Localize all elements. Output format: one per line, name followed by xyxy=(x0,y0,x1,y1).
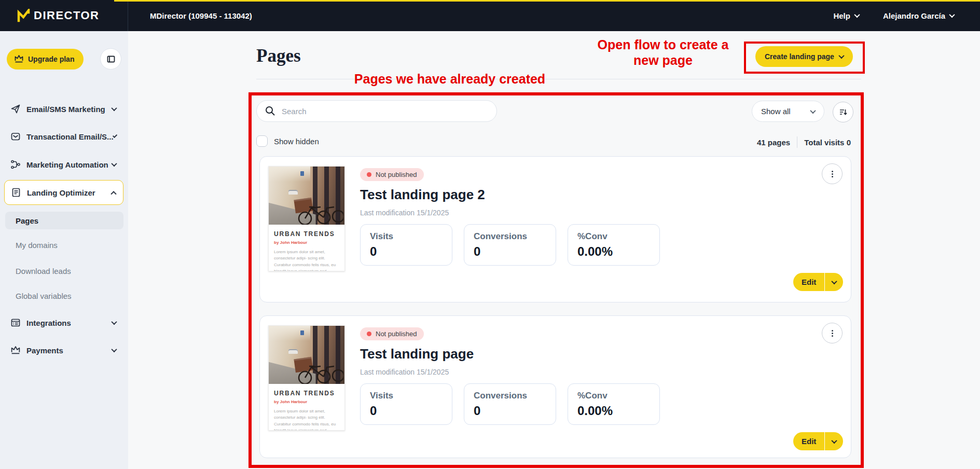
landing-page-thumbnail[interactable]: URBAN TRENDS by John Harbour Lorem ipsum… xyxy=(268,166,345,271)
edit-split-button: Edit xyxy=(793,273,843,291)
card-title[interactable]: Test landing page xyxy=(360,346,474,362)
sidebar-item-landing-optimizer[interactable]: Landing Optimizer xyxy=(4,180,123,205)
sidebar-item-transactional-email[interactable]: Transactional Email/S... xyxy=(4,124,123,149)
stat-conversions: Conversions 0 xyxy=(464,383,556,425)
automation-icon xyxy=(10,159,21,170)
thumbnail-photo xyxy=(269,326,344,384)
chevron-down-icon xyxy=(831,437,837,443)
thumbnail-byline: by John Harbour xyxy=(274,240,339,245)
sidebar-subitem-global-variables[interactable]: Global variables xyxy=(5,287,123,305)
status-badge: Not published xyxy=(360,327,424,340)
chevron-down-icon xyxy=(111,319,117,325)
divider xyxy=(256,79,861,79)
pages-count: 41 pages xyxy=(757,138,790,147)
chevron-down-icon xyxy=(854,12,860,18)
chevron-down-icon xyxy=(111,105,117,111)
edit-dropdown-button[interactable] xyxy=(824,273,843,291)
integrations-icon xyxy=(10,318,21,328)
landing-page-card: URBAN TRENDS by John Harbour Lorem ipsum… xyxy=(259,156,851,302)
stats-row: Visits 0 Conversions 0 %Conv 0.00% xyxy=(360,224,660,266)
collapse-sidebar-button[interactable] xyxy=(100,48,121,70)
user-menu[interactable]: Alejandro García xyxy=(883,11,954,20)
stat-conv-rate: %Conv 0.00% xyxy=(568,224,660,266)
status-dot-icon xyxy=(367,332,371,336)
show-hidden-checkbox[interactable] xyxy=(256,135,268,147)
chevron-down-icon xyxy=(831,278,837,284)
send-icon xyxy=(10,104,21,114)
stat-visits: Visits 0 xyxy=(360,383,452,425)
annotation-create-note: Open flow to create a new page xyxy=(577,37,749,68)
edit-dropdown-button[interactable] xyxy=(824,432,843,450)
logo-m-icon xyxy=(17,9,31,22)
search-box xyxy=(256,100,497,122)
card-last-modified: Last modification 15/1/2025 xyxy=(360,209,449,217)
landing-page-icon xyxy=(11,187,21,198)
search-input[interactable] xyxy=(282,107,479,116)
sidebar-item-integrations[interactable]: Integrations xyxy=(4,310,123,335)
chevron-down-icon xyxy=(111,161,117,167)
stat-conversions: Conversions 0 xyxy=(464,224,556,266)
sidebar: Upgrade plan Email/SMS Marketing Transac… xyxy=(0,31,128,469)
status-badge: Not published xyxy=(360,168,424,181)
filter-dropdown[interactable]: Show all xyxy=(752,101,824,122)
card-title[interactable]: Test landing page 2 xyxy=(360,187,485,203)
page-title: Pages xyxy=(256,46,301,66)
stat-conv-rate: %Conv 0.00% xyxy=(568,383,660,425)
thumbnail-excerpt: Lorem ipsum dolor sit amet, consectetur … xyxy=(274,408,338,431)
chevron-down-icon xyxy=(810,107,816,113)
stats-row: Visits 0 Conversions 0 %Conv 0.00% xyxy=(360,383,660,425)
card-last-modified: Last modification 15/1/2025 xyxy=(360,368,449,376)
thumbnail-title: URBAN TRENDS xyxy=(274,390,339,397)
total-visits: Total visits 0 xyxy=(804,138,851,147)
top-accent-line xyxy=(114,0,980,2)
thumbnail-title: URBAN TRENDS xyxy=(274,230,339,238)
panel-left-icon xyxy=(106,54,116,64)
divider xyxy=(797,136,797,148)
card-options-button[interactable] xyxy=(822,323,843,343)
mdirector-app: DIRECTOR MDirector (109945 - 113042) Hel… xyxy=(0,0,980,469)
sidebar-subitem-download-leads[interactable]: Download leads xyxy=(5,262,123,280)
sidebar-subitem-pages[interactable]: Pages xyxy=(5,212,123,229)
crown-icon xyxy=(14,54,24,63)
upgrade-plan-button[interactable]: Upgrade plan xyxy=(7,49,84,70)
list-counts: 41 pages Total visits 0 xyxy=(757,136,851,148)
show-hidden-label: Show hidden xyxy=(274,137,319,146)
help-menu[interactable]: Help xyxy=(833,11,859,20)
mdirector-logo[interactable]: DIRECTOR xyxy=(0,0,128,31)
sort-icon xyxy=(838,107,848,117)
crown-icon xyxy=(10,346,21,355)
edit-button[interactable]: Edit xyxy=(793,432,824,450)
thumbnail-photo xyxy=(269,167,344,225)
chevron-up-icon xyxy=(111,191,116,197)
edit-button[interactable]: Edit xyxy=(793,273,824,291)
stat-visits: Visits 0 xyxy=(360,224,452,266)
show-hidden-row: Show hidden xyxy=(256,135,319,147)
sidebar-item-email-sms-marketing[interactable]: Email/SMS Marketing xyxy=(4,96,123,121)
landing-page-thumbnail[interactable]: URBAN TRENDS by John Harbour Lorem ipsum… xyxy=(268,325,345,431)
sidebar-item-marketing-automation[interactable]: Marketing Automation xyxy=(4,152,123,177)
thumbnail-byline: by John Harbour xyxy=(274,399,339,404)
top-bar: DIRECTOR MDirector (109945 - 113042) Hel… xyxy=(0,0,980,31)
envelope-icon xyxy=(10,131,21,142)
sort-button[interactable] xyxy=(833,102,853,122)
status-dot-icon xyxy=(367,172,371,177)
search-icon xyxy=(265,105,276,117)
filter-value: Show all xyxy=(761,107,791,116)
bicycles-graphic xyxy=(294,356,343,384)
upgrade-label: Upgrade plan xyxy=(28,55,74,63)
chevron-down-icon xyxy=(111,347,117,352)
help-label: Help xyxy=(833,11,850,20)
landing-page-card: URBAN TRENDS by John Harbour Lorem ipsum… xyxy=(259,315,851,458)
chevron-down-icon xyxy=(949,12,955,18)
edit-split-button: Edit xyxy=(793,432,843,450)
create-landing-page-button[interactable]: Create landing page xyxy=(755,46,853,67)
thumbnail-excerpt: Lorem ipsum dolor sit amet, consectetur … xyxy=(274,249,338,271)
sidebar-item-payments[interactable]: Payments xyxy=(4,338,123,363)
main-content: Pages Create landing page Open flow to c… xyxy=(128,31,980,469)
card-options-button[interactable] xyxy=(822,163,843,184)
account-label: MDirector (109945 - 113042) xyxy=(150,11,252,20)
sidebar-subitem-my-domains[interactable]: My domains xyxy=(5,236,123,254)
chevron-down-icon xyxy=(838,53,844,59)
logo-text: DIRECTOR xyxy=(34,9,100,22)
user-name: Alejandro García xyxy=(883,11,945,20)
